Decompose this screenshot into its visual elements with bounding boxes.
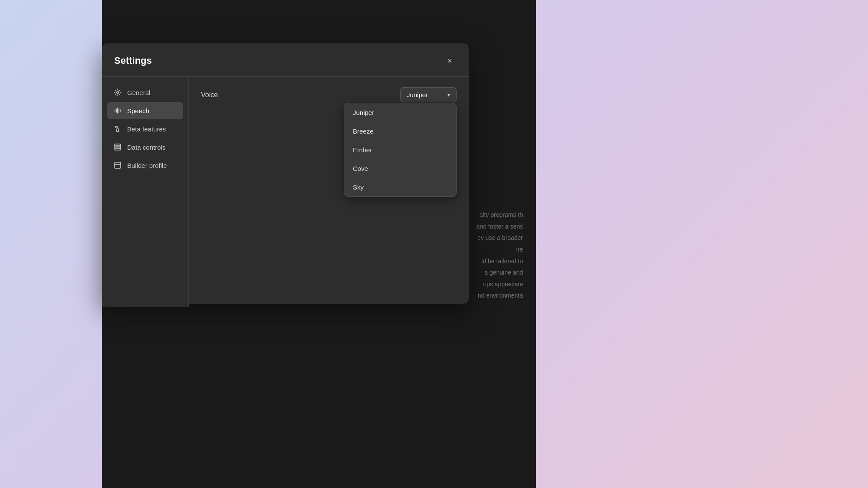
dropdown-option-ember[interactable]: Ember	[344, 141, 456, 159]
main-content-area: Voice Juniper ▾ Juniper Breeze Ember Cov…	[189, 77, 469, 307]
dropdown-option-juniper[interactable]: Juniper	[344, 103, 456, 122]
bg-right-line-5: ld be tailored to	[481, 258, 523, 265]
close-icon: ×	[447, 56, 452, 66]
bg-right-line-3: ey use a broader	[477, 234, 523, 241]
modal-body: General Speech Beta features	[102, 77, 469, 307]
chevron-down-icon: ▾	[447, 92, 450, 98]
dropdown-option-breeze[interactable]: Breeze	[344, 122, 456, 141]
voice-label: Voice	[201, 91, 218, 99]
data-icon	[113, 143, 122, 151]
bg-right-line-6: a genuine and	[484, 269, 523, 276]
sidebar-item-general[interactable]: General	[107, 84, 183, 101]
voice-dropdown-trigger[interactable]: Juniper ▾	[400, 87, 457, 102]
speech-icon	[113, 106, 122, 115]
voice-row: Voice Juniper ▾	[201, 87, 457, 102]
dropdown-option-cove[interactable]: Cove	[344, 159, 456, 178]
svg-rect-3	[115, 148, 121, 150]
bg-right-line-1: alty programs th	[480, 211, 523, 218]
sidebar-beta-label: Beta features	[127, 125, 166, 133]
sidebar-item-data[interactable]: Data controls	[107, 138, 183, 156]
close-button[interactable]: ×	[443, 54, 457, 68]
settings-icon	[113, 88, 122, 97]
settings-sidebar: General Speech Beta features	[102, 77, 189, 307]
svg-rect-4	[115, 162, 121, 168]
builder-icon	[113, 161, 122, 170]
modal-header: Settings ×	[102, 43, 469, 77]
sidebar-speech-label: Speech	[127, 107, 149, 115]
sidebar-item-speech[interactable]: Speech	[107, 102, 183, 119]
settings-modal: Settings × General	[102, 43, 469, 304]
voice-dropdown-menu: Juniper Breeze Ember Cove Sky	[344, 103, 457, 197]
svg-point-0	[117, 92, 119, 94]
svg-rect-2	[115, 146, 121, 148]
sidebar-builder-label: Builder profile	[127, 162, 167, 169]
beta-icon	[113, 124, 122, 133]
modal-title: Settings	[114, 55, 152, 66]
sidebar-item-beta[interactable]: Beta features	[107, 120, 183, 138]
sidebar-item-builder[interactable]: Builder profile	[107, 157, 183, 174]
bg-right-line-2: and foster a sens	[477, 223, 523, 230]
bg-right-line-4: ire	[516, 246, 523, 253]
dropdown-selected-value: Juniper	[407, 91, 428, 98]
sidebar-data-label: Data controls	[127, 144, 165, 151]
svg-rect-1	[115, 144, 121, 146]
bg-right-line-7: ups appreciate	[483, 281, 523, 288]
sidebar-general-label: General	[127, 89, 150, 96]
dropdown-option-sky[interactable]: Sky	[344, 178, 456, 197]
